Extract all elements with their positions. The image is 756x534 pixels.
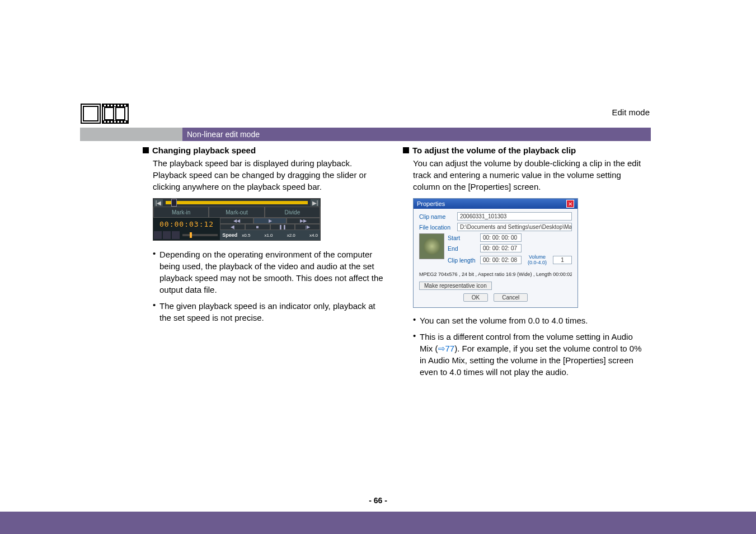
start-field[interactable]: 00: 00: 00: 00 (480, 233, 522, 242)
svg-rect-7 (104, 105, 106, 106)
frame-forward-button[interactable]: |▶ (295, 224, 320, 230)
mute-button[interactable] (154, 231, 162, 239)
start-label: Start (448, 235, 477, 241)
stop-button[interactable]: ■ (245, 224, 270, 230)
svg-rect-6 (116, 107, 125, 120)
clip-thumbnail (419, 233, 444, 259)
volume-field[interactable]: 1 (553, 256, 572, 264)
svg-rect-9 (111, 105, 112, 106)
left-heading: Changing playback speed (143, 146, 386, 155)
make-representative-icon-button[interactable]: Make representative icon (419, 282, 492, 290)
mode-label: Edit mode (612, 107, 650, 117)
end-label: End (448, 245, 477, 252)
clipname-label: Clip name (419, 213, 454, 220)
vol-up-button[interactable] (172, 231, 180, 239)
mpeg-info-line: MPEG2 704x576 , 24 bit , Aspect ratio 16… (419, 271, 572, 277)
fast-forward-button[interactable]: ▶▶ (287, 218, 320, 224)
volume-range-label: (0.0-4.0) (525, 260, 550, 266)
fileloc-label: File location (419, 224, 454, 231)
cliplen-label: Clip length (448, 257, 477, 264)
scrub-handle[interactable] (171, 199, 177, 207)
pause-button[interactable]: ❚❚ (270, 224, 295, 230)
svg-rect-14 (104, 121, 106, 123)
volume-slider[interactable] (182, 234, 218, 236)
svg-rect-17 (114, 121, 116, 123)
right-bullet-2: This is a different control from the vol… (420, 331, 646, 378)
bullet-icon: • (153, 300, 159, 324)
clipname-field[interactable]: 20060331_101303 (457, 212, 572, 221)
mark-out-button[interactable]: Mark-out (209, 207, 264, 218)
frame-back-button[interactable]: ◀| (220, 224, 245, 230)
svg-rect-13 (124, 105, 126, 106)
bullet-icon: • (153, 249, 159, 296)
bullet-icon: • (413, 331, 420, 378)
right-heading-text: To adjust the volume of the playback cli… (412, 146, 576, 155)
page-number: - 66 - (0, 496, 756, 505)
left-paragraph: The playback speed bar is displayed duri… (153, 157, 386, 193)
svg-rect-20 (124, 121, 126, 123)
svg-rect-19 (121, 121, 123, 123)
right-bullet-1: You can set the volume from 0.0 to 4.0 t… (420, 315, 646, 326)
svg-rect-16 (111, 121, 112, 123)
footer-bar (0, 512, 756, 534)
bullet-icon: • (413, 315, 420, 326)
svg-rect-10 (114, 105, 116, 106)
scrub-track[interactable] (166, 201, 308, 204)
svg-rect-5 (105, 107, 114, 120)
section-indent (80, 128, 182, 141)
fileloc-field: D:\Documents and Settings\user\Desktop\M… (457, 223, 572, 231)
arrow-icon: ⇨ (438, 344, 445, 353)
square-bullet-icon (403, 147, 409, 153)
square-bullet-icon (143, 147, 149, 153)
vol-down-button[interactable] (163, 231, 171, 239)
timecode-display: 00:00:03:12 (153, 218, 220, 230)
page-link-77[interactable]: 77 (445, 344, 455, 353)
left-bullet-2: The given playback speed is an indicator… (159, 300, 386, 324)
left-heading-text: Changing playback speed (152, 146, 256, 155)
rewind-button[interactable]: ◀◀ (220, 218, 253, 224)
svg-rect-12 (121, 105, 123, 106)
play-button[interactable]: ▶ (253, 218, 287, 224)
clip-end-button[interactable]: ▶| (311, 199, 320, 206)
end-field[interactable]: 00: 00: 02: 07 (480, 244, 522, 252)
clip-start-button[interactable]: |◀ (154, 199, 163, 206)
svg-rect-18 (118, 121, 119, 123)
speed-tick: x1.0 (264, 233, 273, 238)
dialog-title: Properties (417, 200, 445, 207)
svg-rect-0 (81, 104, 100, 123)
speed-tick: x4.0 (309, 233, 318, 238)
cancel-button[interactable]: Cancel (494, 293, 528, 302)
svg-rect-11 (118, 105, 119, 106)
right-paragraph: You can adjust the volume by double-clic… (413, 157, 646, 193)
svg-rect-15 (107, 121, 109, 123)
right-heading: To adjust the volume of the playback cli… (403, 146, 646, 155)
cliplen-field: 00: 00: 02: 08 (480, 256, 522, 264)
ok-button[interactable]: OK (463, 293, 488, 302)
film-strip-icon (80, 100, 130, 128)
divide-button[interactable]: Divide (265, 207, 320, 218)
properties-dialog: Properties ✕ Clip name 20060331_101303 F… (413, 198, 578, 308)
speed-tick: x0.5 (242, 233, 250, 238)
left-bullet-1: Depending on the operating environment o… (159, 249, 386, 296)
close-icon[interactable]: ✕ (566, 200, 574, 208)
playback-speed-bar: |◀ ▶| Mark-in Mark-out Divide 00:00:03:1… (153, 198, 321, 241)
svg-rect-8 (107, 105, 109, 106)
section-title: Non-linear edit mode (182, 128, 651, 141)
speed-scale[interactable]: x0.5 x1.0 x2.0 x4.0 (240, 233, 320, 238)
mark-in-button[interactable]: Mark-in (153, 207, 209, 218)
svg-rect-1 (83, 106, 98, 121)
speed-tick: x2.0 (287, 233, 295, 238)
speed-label: Speed (220, 232, 240, 238)
